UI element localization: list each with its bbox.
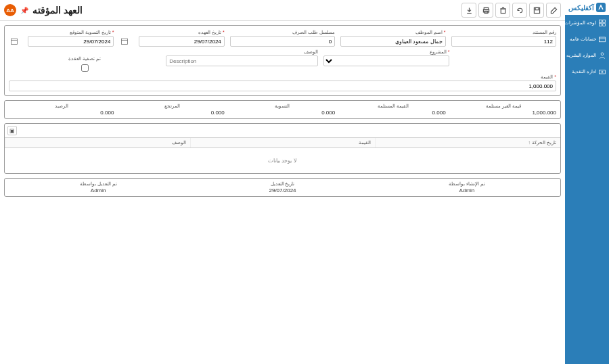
closed-label: تم تصفية العقدة — [68, 56, 101, 62]
employee-input[interactable] — [340, 36, 445, 47]
employee-label: اسم الموظف — [340, 30, 445, 35]
grid-col-amount[interactable]: القيمة — [190, 138, 376, 147]
sidebar-item-hr[interactable]: الموارد البشريه — [565, 47, 609, 64]
hr-icon — [598, 51, 606, 60]
calendar-icon — [120, 37, 129, 45]
doc-no-label: رقم المستند — [451, 30, 556, 35]
svg-rect-18 — [122, 39, 128, 44]
desc-input[interactable] — [166, 55, 317, 66]
svg-rect-0 — [600, 20, 602, 23]
export-button[interactable] — [461, 3, 476, 18]
total-returned-value: 0.000 — [119, 110, 224, 116]
expected-settle-label: تاريخ التسوية المتوقع — [9, 30, 114, 35]
project-label: المشروع — [323, 49, 450, 55]
sidebar-item-label: لوحه المؤشرات — [564, 20, 596, 26]
print-button[interactable] — [478, 3, 493, 18]
sidebar: آكفليكس لوحه المؤشرات حسابات عامه الموار… — [565, 0, 609, 364]
avatar[interactable]: AA — [4, 4, 16, 16]
audit-panel: تم الإنشاء بواسطة Admin تاريخ التعديل 29… — [4, 178, 561, 197]
cash-icon — [598, 68, 606, 76]
amount-input[interactable] — [9, 81, 556, 91]
total-balance-label: الرصيد — [9, 104, 114, 109]
svg-rect-7 — [600, 70, 606, 74]
svg-rect-1 — [603, 20, 606, 23]
total-received-label: القيمة المستلمة — [340, 104, 445, 109]
sidebar-item-cash[interactable]: اداره النقدية — [565, 64, 609, 80]
refresh-button[interactable] — [512, 3, 527, 18]
audit-mod-by-value: Admin — [9, 187, 187, 194]
custody-date-label: تاريخ العهده — [119, 30, 224, 35]
audit-created-by-label: تم الإنشاء بواسطة — [378, 181, 556, 187]
svg-rect-20 — [11, 39, 17, 44]
audit-mod-date-label: تاريخ التعديل — [193, 181, 371, 187]
delete-button[interactable] — [495, 3, 510, 18]
grid-header: تاريخ الحركة القيمة الوصف — [5, 138, 560, 148]
total-settlement-value: 0.000 — [230, 110, 335, 116]
sidebar-item-label: حسابات عامه — [570, 37, 596, 42]
dashboard-icon — [598, 19, 606, 27]
brand-logo: آكفليكس — [565, 0, 609, 15]
total-settlement-label: التسوية — [230, 104, 335, 109]
content: رقم المستند اسم الموظف مسلسل طلب الصرف ت… — [0, 21, 565, 364]
edit-button[interactable] — [546, 3, 561, 18]
svg-rect-4 — [600, 37, 606, 42]
custody-date-input[interactable] — [139, 36, 225, 47]
audit-created-by-value: Admin — [378, 187, 556, 194]
brand-icon — [596, 3, 606, 12]
total-balance-value: 0.000 — [9, 110, 114, 116]
sidebar-item-label: اداره النقدية — [572, 69, 596, 74]
svg-point-8 — [602, 71, 603, 72]
svg-rect-2 — [600, 24, 602, 26]
calendar-icon — [10, 37, 18, 45]
grid-panel: ▣ تاريخ الحركة القيمة الوصف لا يوجد بيان… — [4, 123, 561, 174]
brand-text: آكفليكس — [568, 4, 594, 12]
audit-mod-date-value: 29/07/2024 — [193, 187, 371, 194]
total-received-value: 0.000 — [340, 110, 445, 116]
sidebar-item-accounts[interactable]: حسابات عامه — [565, 31, 609, 47]
grid-col-date[interactable]: تاريخ الحركة — [375, 138, 560, 147]
expected-settle-input[interactable] — [28, 36, 114, 47]
form-panel: رقم المستند اسم الموظف مسلسل طلب الصرف ت… — [4, 25, 561, 96]
page-title: العهد المؤقته — [32, 5, 83, 16]
serial-input[interactable] — [230, 36, 335, 47]
pin-icon: 📌 — [20, 7, 28, 14]
serial-label: مسلسل طلب الصرف — [230, 30, 335, 35]
svg-rect-3 — [603, 24, 606, 26]
audit-mod-by-label: تم التعديل بواسطة — [9, 181, 187, 187]
save-button[interactable] — [529, 3, 544, 18]
toolbar-actions — [461, 3, 561, 18]
accounts-icon — [598, 35, 606, 43]
total-unset-label: قيمة الغير مستلمة — [451, 104, 556, 109]
grid-toolbar: ▣ — [5, 124, 560, 138]
svg-rect-10 — [535, 7, 539, 9]
desc-label: الوصف — [166, 49, 317, 55]
svg-point-6 — [601, 53, 604, 55]
total-returned-label: المرتجع — [119, 104, 224, 109]
grid-empty-message: لا يوجد بيانات — [5, 148, 560, 173]
topbar: العهد المؤقته 📌 AA — [0, 0, 565, 21]
topbar-title-area: العهد المؤقته 📌 AA — [4, 4, 83, 16]
svg-rect-11 — [501, 9, 505, 14]
sidebar-item-dashboard[interactable]: لوحه المؤشرات — [565, 15, 609, 31]
closed-checkbox[interactable] — [81, 64, 89, 72]
main-area: العهد المؤقته 📌 AA رقم المستند اسم الموظ… — [0, 0, 565, 364]
amount-label: القيمة — [9, 74, 556, 80]
totals-panel: قيمة الغير مستلمة 1,000.000 القيمة المست… — [4, 100, 561, 119]
doc-no-input[interactable] — [451, 36, 556, 47]
sidebar-item-label: الموارد البشريه — [566, 53, 596, 58]
total-unset-value: 1,000.000 — [451, 110, 556, 116]
grid-add-button[interactable]: ▣ — [7, 126, 17, 135]
grid-col-desc[interactable]: الوصف — [5, 138, 190, 147]
project-select[interactable] — [323, 55, 450, 66]
